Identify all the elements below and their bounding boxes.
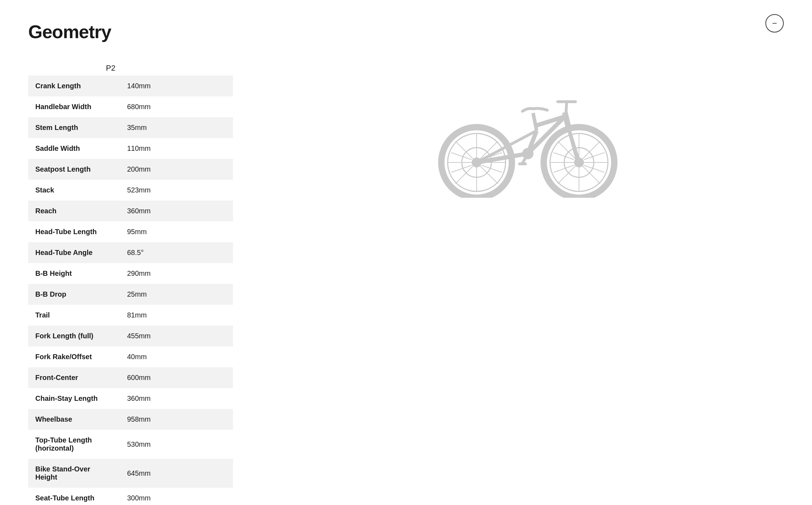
row-label: Saddle Width bbox=[28, 138, 120, 159]
row-value: 95mm bbox=[120, 221, 233, 242]
svg-line-10 bbox=[455, 166, 473, 184]
row-value: 958mm bbox=[120, 409, 233, 430]
row-label: Head-Tube Length bbox=[28, 221, 120, 242]
svg-line-11 bbox=[451, 153, 472, 160]
table-row: Head-Tube Length95mm bbox=[28, 221, 233, 242]
row-value: 455mm bbox=[120, 326, 233, 346]
table-row: Saddle Width110mm bbox=[28, 138, 233, 159]
row-label: Seatpost Length bbox=[28, 159, 120, 180]
row-value: 68.5° bbox=[120, 242, 233, 263]
row-label: B-B Height bbox=[28, 263, 120, 284]
row-value: 290mm bbox=[120, 263, 233, 284]
row-value: 300mm bbox=[120, 488, 233, 505]
row-label: Seat-Tube Length bbox=[28, 488, 120, 505]
row-label: Handlebar Width bbox=[28, 96, 120, 117]
geometry-table-section: P2 Crank Length140mmHandlebar Width680mm… bbox=[28, 64, 233, 505]
row-label: Chain-Stay Length bbox=[28, 388, 120, 409]
row-value: 680mm bbox=[120, 96, 233, 117]
row-value: 25mm bbox=[120, 284, 233, 305]
table-row: Stack523mm bbox=[28, 180, 233, 201]
svg-line-26 bbox=[554, 153, 574, 160]
row-value: 360mm bbox=[120, 388, 233, 409]
row-value: 360mm bbox=[120, 201, 233, 221]
svg-rect-43 bbox=[518, 162, 527, 165]
table-row: Top-Tube Length (horizontal)530mm bbox=[28, 430, 233, 459]
table-row: Chain-Stay Length360mm bbox=[28, 388, 233, 409]
row-label: Trail bbox=[28, 305, 120, 326]
row-value: 600mm bbox=[120, 367, 233, 388]
svg-line-12 bbox=[482, 165, 502, 172]
row-value: 523mm bbox=[120, 180, 233, 201]
row-value: 645mm bbox=[120, 459, 233, 488]
table-row: Stem Length35mm bbox=[28, 117, 233, 138]
svg-line-39 bbox=[566, 102, 567, 114]
table-row: B-B Drop25mm bbox=[28, 284, 233, 305]
row-value: 40mm bbox=[120, 346, 233, 367]
svg-line-24 bbox=[583, 141, 600, 159]
row-label: Head-Tube Angle bbox=[28, 242, 120, 263]
row-label: Stack bbox=[28, 180, 120, 201]
row-value: 200mm bbox=[120, 159, 233, 180]
table-row: Seat-Tube Length300mm bbox=[28, 488, 233, 505]
svg-line-27 bbox=[584, 165, 604, 172]
table-row: B-B Height290mm bbox=[28, 263, 233, 284]
table-row: Seatpost Length200mm bbox=[28, 159, 233, 180]
row-value: 81mm bbox=[120, 305, 233, 326]
svg-line-7 bbox=[455, 141, 473, 159]
row-label: Crank Length bbox=[28, 76, 120, 96]
row-label: Fork Rake/Offset bbox=[28, 346, 120, 367]
table-row: Handlebar Width680mm bbox=[28, 96, 233, 117]
table-row: Crank Length140mm bbox=[28, 76, 233, 96]
row-label: B-B Drop bbox=[28, 284, 120, 305]
row-label: Bike Stand-Over Height bbox=[28, 459, 120, 488]
content-area: P2 Crank Length140mmHandlebar Width680mm… bbox=[28, 64, 784, 505]
row-value: 110mm bbox=[120, 138, 233, 159]
bike-illustration bbox=[427, 71, 625, 198]
table-row: Wheelbase958mm bbox=[28, 409, 233, 430]
close-button[interactable]: − bbox=[765, 14, 784, 32]
svg-line-28 bbox=[584, 153, 604, 160]
page-title: Geometry bbox=[28, 21, 784, 42]
table-row: Fork Length (full)455mm bbox=[28, 326, 233, 346]
bike-image-section bbox=[268, 64, 784, 198]
svg-line-14 bbox=[451, 165, 472, 172]
row-label: Stem Length bbox=[28, 117, 120, 138]
minus-icon: − bbox=[772, 18, 777, 28]
row-label: Front-Center bbox=[28, 367, 120, 388]
svg-line-38 bbox=[533, 113, 537, 131]
table-row: Head-Tube Angle68.5° bbox=[28, 242, 233, 263]
model-label: P2 bbox=[106, 64, 155, 73]
table-row: Trail81mm bbox=[28, 305, 233, 326]
row-value: 35mm bbox=[120, 117, 233, 138]
row-label: Wheelbase bbox=[28, 409, 120, 430]
table-row: Fork Rake/Offset40mm bbox=[28, 346, 233, 367]
svg-line-25 bbox=[558, 166, 575, 184]
row-value: 140mm bbox=[120, 76, 233, 96]
table-row: Front-Center600mm bbox=[28, 367, 233, 388]
row-value: 530mm bbox=[120, 430, 233, 459]
row-label: Fork Length (full) bbox=[28, 326, 120, 346]
row-label: Top-Tube Length (horizontal) bbox=[28, 430, 120, 459]
model-header: P2 bbox=[28, 64, 233, 73]
row-label: Reach bbox=[28, 201, 120, 221]
table-row: Reach360mm bbox=[28, 201, 233, 221]
svg-line-29 bbox=[554, 165, 574, 172]
svg-line-8 bbox=[480, 166, 498, 184]
svg-line-23 bbox=[583, 166, 600, 184]
table-row: Bike Stand-Over Height645mm bbox=[28, 459, 233, 488]
geometry-table: Crank Length140mmHandlebar Width680mmSte… bbox=[28, 76, 233, 505]
